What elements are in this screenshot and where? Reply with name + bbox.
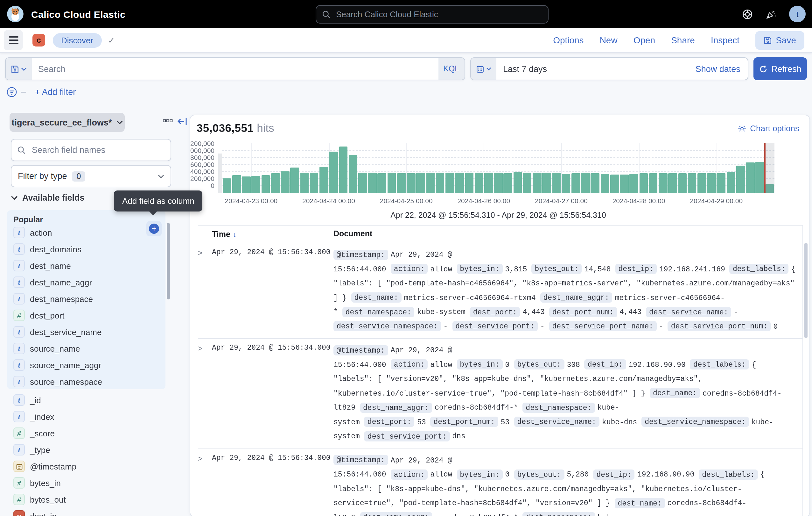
histogram-bar[interactable] bbox=[281, 171, 289, 193]
menu-hamburger-button[interactable] bbox=[4, 30, 23, 50]
field-statistics-icon[interactable] bbox=[163, 117, 173, 125]
histogram-bar[interactable] bbox=[513, 172, 522, 193]
histogram-bar[interactable] bbox=[717, 173, 725, 193]
expand-row-icon[interactable]: > bbox=[198, 453, 212, 516]
filter-by-type-select[interactable]: Filter by type 0 bbox=[11, 165, 171, 187]
field-list-item-_type[interactable]: t_type bbox=[7, 441, 166, 458]
histogram-bar[interactable] bbox=[552, 173, 561, 193]
histogram-bar[interactable] bbox=[688, 173, 696, 193]
sort-descending-icon[interactable]: ↓ bbox=[233, 230, 236, 238]
histogram-bar[interactable] bbox=[407, 173, 415, 193]
field-list-item-dest_service_name[interactable]: tdest_service_name bbox=[7, 324, 166, 340]
field-list-item-dest_name[interactable]: tdest_name bbox=[7, 257, 166, 274]
date-picker-menu-button[interactable] bbox=[471, 58, 496, 80]
histogram-bar[interactable] bbox=[678, 173, 687, 193]
field-list-item-dest_ip[interactable]: IPdest_ip bbox=[7, 508, 166, 516]
inspect-button[interactable]: Inspect bbox=[711, 35, 740, 45]
refresh-button[interactable]: Refresh bbox=[754, 57, 807, 80]
field-list-item-_id[interactable]: t_id bbox=[7, 392, 166, 408]
histogram-bar[interactable] bbox=[562, 174, 571, 193]
available-fields-header[interactable]: Available fields bbox=[11, 193, 85, 202]
space-badge[interactable]: c bbox=[32, 34, 45, 47]
table-scrollbar-thumb[interactable] bbox=[804, 243, 808, 338]
histogram-bar[interactable] bbox=[756, 162, 764, 193]
histogram-bar[interactable] bbox=[387, 172, 396, 193]
field-list-item-_score[interactable]: #_score bbox=[7, 425, 166, 441]
field-list-item-source_name[interactable]: tsource_name bbox=[7, 340, 166, 357]
histogram-bar[interactable] bbox=[736, 165, 745, 193]
histogram-bar[interactable] bbox=[591, 173, 600, 193]
histogram-bar[interactable] bbox=[746, 162, 754, 193]
histogram-bar[interactable] bbox=[242, 176, 251, 193]
histogram-bar[interactable] bbox=[523, 173, 532, 193]
histogram-bar[interactable] bbox=[339, 146, 347, 193]
show-dates-button[interactable]: Show dates bbox=[696, 58, 748, 80]
field-list-item-action[interactable]: taction bbox=[7, 224, 166, 241]
breadcrumb-discover[interactable]: Discover bbox=[53, 33, 102, 48]
histogram-bar[interactable] bbox=[484, 173, 493, 193]
help-icon[interactable] bbox=[742, 8, 753, 20]
histogram-bar[interactable] bbox=[445, 173, 454, 193]
histogram-bar[interactable] bbox=[271, 173, 280, 193]
histogram-bar[interactable] bbox=[436, 173, 444, 193]
options-button[interactable]: Options bbox=[553, 35, 584, 45]
news-party-popper-icon[interactable] bbox=[765, 8, 776, 20]
field-search-input[interactable] bbox=[31, 144, 171, 156]
histogram-bar[interactable] bbox=[707, 173, 716, 193]
histogram-bar[interactable] bbox=[504, 173, 512, 193]
histogram-bar[interactable] bbox=[494, 173, 502, 193]
expand-row-icon[interactable]: > bbox=[198, 248, 212, 334]
saved-query-menu-button[interactable] bbox=[6, 58, 32, 80]
histogram-bar[interactable] bbox=[697, 173, 706, 193]
histogram-bar[interactable] bbox=[378, 173, 386, 193]
add-filter-button[interactable]: + Add filter bbox=[35, 87, 76, 97]
field-list-item-dest_name_aggr[interactable]: tdest_name_aggr bbox=[7, 274, 166, 291]
histogram-bar[interactable] bbox=[581, 173, 589, 193]
time-column-header[interactable]: Time↓ bbox=[212, 229, 334, 239]
chart-options-button[interactable]: Chart options bbox=[737, 124, 799, 133]
histogram-bar[interactable] bbox=[232, 175, 241, 193]
field-list-item-source_name_aggr[interactable]: tsource_name_aggr bbox=[7, 357, 166, 373]
histogram-bar[interactable] bbox=[659, 173, 667, 193]
histogram-bar[interactable] bbox=[572, 173, 580, 193]
field-list-item-dest_domains[interactable]: tdest_domains bbox=[7, 241, 166, 257]
histogram-bar[interactable] bbox=[630, 174, 638, 193]
histogram-bar[interactable] bbox=[290, 167, 299, 193]
histogram-bar[interactable] bbox=[368, 172, 376, 193]
sidebar-scrollbar[interactable] bbox=[167, 223, 170, 299]
field-list-item-@timestamp[interactable]: @timestamp bbox=[7, 458, 166, 474]
field-list-item-_index[interactable]: t_index bbox=[7, 408, 166, 425]
field-list-item-dest_namespace[interactable]: tdest_namespace bbox=[7, 291, 166, 307]
field-list-item-bytes_in[interactable]: #bytes_in bbox=[7, 474, 166, 491]
expand-row-icon[interactable]: > bbox=[198, 343, 212, 444]
global-search-input[interactable] bbox=[335, 9, 528, 20]
histogram-bar[interactable] bbox=[300, 172, 309, 193]
save-button[interactable]: Save bbox=[755, 31, 804, 49]
new-button[interactable]: New bbox=[600, 35, 617, 45]
histogram-bar[interactable] bbox=[261, 175, 270, 193]
time-range-value[interactable]: Last 7 days bbox=[496, 58, 696, 80]
histogram-bar[interactable] bbox=[620, 175, 629, 193]
histogram-bar[interactable] bbox=[252, 176, 260, 193]
field-list-item-source_namespace[interactable]: tsource_namespace bbox=[7, 373, 166, 390]
histogram-bar[interactable] bbox=[543, 173, 551, 193]
histogram-bar[interactable] bbox=[474, 173, 483, 193]
collapse-sidebar-icon[interactable] bbox=[178, 117, 187, 126]
histogram-bar[interactable] bbox=[601, 174, 609, 193]
field-list-item-bytes_out[interactable]: #bytes_out bbox=[7, 491, 166, 508]
kql-language-button[interactable]: KQL bbox=[438, 58, 464, 80]
histogram-bar[interactable] bbox=[610, 174, 619, 193]
histogram-bar[interactable] bbox=[649, 173, 658, 193]
histogram-bar[interactable] bbox=[397, 173, 406, 193]
histogram-bar[interactable] bbox=[455, 172, 464, 193]
histogram-bar[interactable] bbox=[310, 173, 319, 193]
open-button[interactable]: Open bbox=[634, 35, 656, 45]
field-list-item-dest_port[interactable]: #dest_port bbox=[7, 307, 166, 324]
add-field-as-column-button[interactable]: + bbox=[149, 224, 159, 234]
histogram-bar[interactable] bbox=[319, 167, 328, 193]
histogram-bar[interactable] bbox=[358, 173, 367, 193]
share-button[interactable]: Share bbox=[671, 35, 695, 45]
histogram-bar[interactable] bbox=[416, 172, 425, 193]
histogram-bar[interactable] bbox=[533, 172, 541, 193]
row-document[interactable]: @timestamp:Apr 29, 2024 @ 15:56:44.000ac… bbox=[334, 248, 803, 334]
